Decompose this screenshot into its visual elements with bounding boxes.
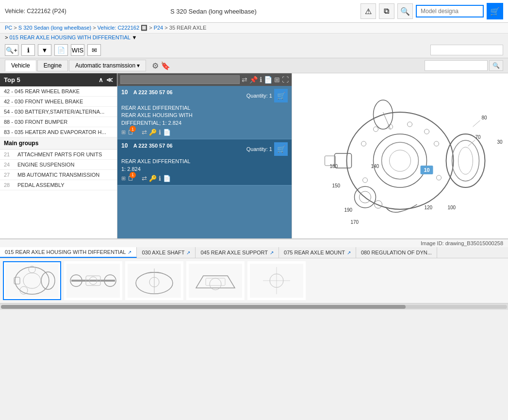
toolbar-search-btn[interactable]: 🔍 xyxy=(489,60,503,71)
bookmark-icon[interactable]: 🔖 xyxy=(161,61,170,70)
svg-rect-37 xyxy=(5,264,59,298)
part-actions-0: ⊞ 1 🗒 ⇄ 🔑 ℹ 📄 xyxy=(121,129,288,136)
info-btn[interactable]: ℹ xyxy=(21,44,35,56)
vehicle-info-left: Vehicle: C222162 (P24) xyxy=(5,8,66,15)
doc-btn[interactable]: 📄 xyxy=(54,44,68,56)
part-badge-0: 1 🗒 xyxy=(128,129,134,136)
minimize-icon[interactable]: ≪ xyxy=(106,76,113,84)
add-to-cart-btn-0[interactable]: 🛒 xyxy=(274,89,288,102)
search-icon-btn[interactable]: 🔍 xyxy=(397,3,413,19)
svg-text:10: 10 xyxy=(424,167,429,173)
main-layout: Top 5 ∧ ≪ 42 - 045 REAR WHEEL BRAKE 42 -… xyxy=(0,73,508,238)
thumb-tab-4[interactable]: 080 REGULATION OF DYN... xyxy=(356,247,437,258)
svg-rect-54 xyxy=(189,264,242,298)
part-item-0: 10 A 222 350 57 06 Quantity: 1 🛒 REAR AX… xyxy=(117,86,292,139)
part-pos-1: 10 xyxy=(121,142,128,149)
breadcrumb-sedan[interactable]: S 320 Sedan (long wheelbase) xyxy=(18,25,91,31)
svg-text:120: 120 xyxy=(425,205,433,210)
sidebar-group-21[interactable]: 21 ATTACHMENT PARTS FOR UNITS xyxy=(0,150,117,160)
settings-icon[interactable]: ⚙ xyxy=(152,61,159,70)
info-icon[interactable]: ℹ xyxy=(260,76,262,84)
breadcrumb: PC > S 320 Sedan (long wheelbase) > Vehi… xyxy=(0,23,508,34)
filter-btn[interactable]: ▼ xyxy=(38,44,51,56)
doc-action-icon-0[interactable]: 📄 xyxy=(163,129,171,136)
breadcrumb-vehicle[interactable]: Vehicle: C222162 xyxy=(98,25,139,31)
fullscreen-icon[interactable]: ⛶ xyxy=(282,76,289,84)
doc-action-icon-1[interactable]: 📄 xyxy=(163,175,171,182)
mail-btn[interactable]: ✉ xyxy=(87,44,101,56)
header: Vehicle: C222162 (P24) S 320 Sedan (long… xyxy=(0,0,508,23)
group-label-21: ATTACHMENT PARTS FOR UNITS xyxy=(17,151,102,157)
warning-icon-btn[interactable]: ⚠ xyxy=(361,3,376,19)
tab-engine[interactable]: Engine xyxy=(37,60,68,71)
thumb-tab-0[interactable]: 015 REAR AXLE HOUSING WITH DIFFERENTIAL … xyxy=(0,247,137,258)
cart-button[interactable]: 🛒 xyxy=(487,3,503,19)
thumb-tab-label-0: 015 REAR AXLE HOUSING WITH DIFFERENTIAL xyxy=(5,249,126,255)
tab-vehicle[interactable]: Vehicle xyxy=(5,60,36,71)
part-desc-0: REAR AXLE DIFFERENTIAL REAR AXLE HOUSING… xyxy=(121,104,288,127)
grid-icon[interactable]: ⊞ xyxy=(274,76,280,84)
thumb-tab-label-2: 045 REAR AXLE SUPPORT xyxy=(200,250,268,255)
sidebar-item-2[interactable]: 54 - 030 BATTERY,STARTER/ALTERNA... xyxy=(0,107,117,117)
add-to-cart-btn-1[interactable]: 🛒 xyxy=(274,142,288,156)
part-header-1: 10 A 222 350 57 06 Quantity: 1 🛒 xyxy=(121,142,288,156)
header-actions: ⚠ ⧉ 🔍 🛒 xyxy=(361,3,503,19)
sidebar-group-24[interactable]: 24 ENGINE SUSPENSION xyxy=(0,160,117,170)
group-num-28: 28 xyxy=(4,182,16,188)
wis-btn[interactable]: WIS xyxy=(71,44,84,56)
part-table-icon-1[interactable]: ⊞ xyxy=(121,175,126,182)
pin-icon[interactable]: 📌 xyxy=(249,76,258,84)
info-action-icon-0[interactable]: ℹ xyxy=(159,129,161,136)
part-actions-1: ⊞ 1 🗒 ⇄ 🔑 ℹ 📄 xyxy=(121,175,288,182)
sidebar-group-28[interactable]: 28 PEDAL ASSEMBLY xyxy=(0,180,117,190)
sidebar-item-1[interactable]: 42 - 030 FRONT WHEEL BRAKE xyxy=(0,97,117,107)
thumbnail-4[interactable] xyxy=(247,261,306,300)
zoom-in-btn[interactable]: 🔍+ xyxy=(5,44,18,56)
breadcrumb-pc[interactable]: PC xyxy=(5,25,12,31)
sidebar-item-3[interactable]: 88 - 030 FRONT BUMPER xyxy=(0,117,117,127)
part-table-icon-0[interactable]: ⊞ xyxy=(121,129,126,135)
info-action-icon-1[interactable]: ℹ xyxy=(159,175,161,182)
scrollbar-thumb[interactable] xyxy=(1,305,406,309)
toolbar-search: 🔍 xyxy=(425,60,503,71)
breadcrumb-rear-axle: 35 REAR AXLE xyxy=(169,25,206,31)
toolbar-search-input[interactable] xyxy=(425,60,488,71)
collapse-icon[interactable]: ∧ xyxy=(98,76,103,84)
copy-icon-btn[interactable]: ⧉ xyxy=(379,3,394,19)
breadcrumb-housing[interactable]: 015 REAR AXLE HOUSING WITH DIFFERENTIAL xyxy=(9,34,130,40)
part-pos-0: 10 xyxy=(121,89,128,96)
thumbnail-1[interactable] xyxy=(64,261,122,300)
part-badge-num-0: 1 xyxy=(130,126,136,132)
arrows-icon[interactable]: ⇄ xyxy=(242,76,247,84)
svg-text:180: 180 xyxy=(330,164,338,169)
center-search-input[interactable] xyxy=(120,75,240,84)
tab-toolbar: Vehicle Engine Automatic transmission ▾ … xyxy=(0,58,508,73)
thumb-tab-1[interactable]: 030 AXLE SHAFT ↗ xyxy=(137,247,196,258)
thumbnail-0[interactable] xyxy=(3,261,61,300)
svg-text:80: 80 xyxy=(482,115,488,120)
exchange-icon-0[interactable]: ⇄ xyxy=(142,129,147,136)
image-id-bar: Image ID: drawing_B35015000258 xyxy=(0,239,508,247)
svg-text:190: 190 xyxy=(344,207,353,213)
scrollbar-track[interactable] xyxy=(1,305,507,309)
tab-automatic-transmission[interactable]: Automatic transmission ▾ xyxy=(69,60,146,71)
key-icon-1[interactable]: 🔑 xyxy=(149,175,157,182)
secondary-search-input[interactable] xyxy=(430,45,503,55)
thumbnail-3[interactable] xyxy=(186,261,245,300)
part-ref-1: A 222 350 57 06 xyxy=(133,143,173,149)
svg-text:100: 100 xyxy=(448,205,456,210)
part-qty-label-0: Quantity: 1 xyxy=(246,93,272,99)
thumb-tab-3[interactable]: 075 REAR AXLE MOUNT ↗ xyxy=(279,247,356,258)
doc-icon[interactable]: 📄 xyxy=(264,76,272,84)
center-top-bar: ⇄ 📌 ℹ 📄 ⊞ ⛶ xyxy=(117,73,292,86)
exchange-icon-1[interactable]: ⇄ xyxy=(142,175,147,182)
model-search-input[interactable] xyxy=(416,5,484,17)
sidebar-group-27[interactable]: 27 MB AUTOMATIC TRANSMISSION xyxy=(0,170,117,180)
thumb-tab-2[interactable]: 045 REAR AXLE SUPPORT ↗ xyxy=(196,247,279,258)
sidebar-item-4[interactable]: 83 - 035 HEATER AND EVAPORATOR H... xyxy=(0,127,117,137)
thumbnail-2[interactable] xyxy=(125,261,183,300)
thumbnails-row xyxy=(0,258,508,303)
sidebar-item-0[interactable]: 42 - 045 REAR WHEEL BRAKE xyxy=(0,86,117,97)
key-icon-0[interactable]: 🔑 xyxy=(149,129,157,136)
breadcrumb-p24[interactable]: P24 xyxy=(154,25,164,31)
